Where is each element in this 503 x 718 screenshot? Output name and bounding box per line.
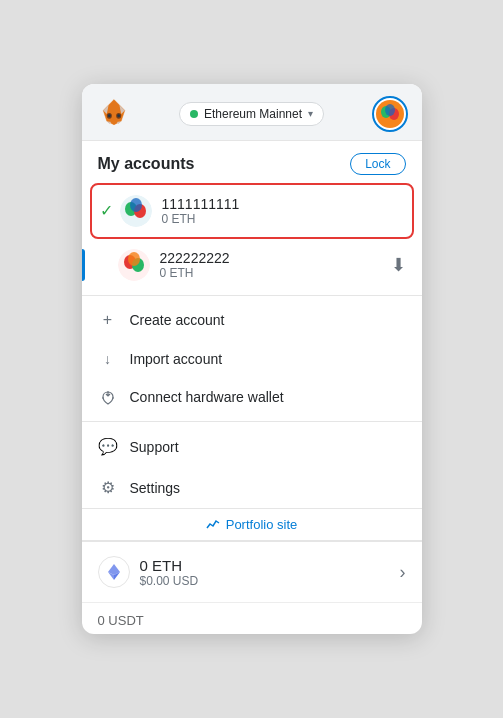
portfolio-label: Portfolio site [226, 517, 298, 532]
eth-balance-row[interactable]: 0 ETH $0.00 USD › [82, 541, 422, 602]
import-icon: ↓ [98, 351, 118, 367]
account-1-balance: 0 ETH [162, 212, 404, 226]
balance-left: 0 ETH $0.00 USD [98, 556, 199, 588]
account-1-name: 1111111111 [162, 196, 404, 212]
eth-icon [98, 556, 130, 588]
account-2-avatar [118, 249, 150, 281]
active-checkmark-icon: ✓ [100, 201, 120, 220]
plus-icon: + [98, 311, 118, 329]
settings-item[interactable]: ⚙ Settings [82, 467, 422, 508]
account-avatar-button[interactable] [372, 96, 408, 132]
account-item-1[interactable]: ✓ 1111111111 0 ETH [90, 183, 414, 239]
bottom-token-row: 0 USDT [82, 602, 422, 634]
svg-point-19 [130, 198, 142, 212]
app-container: Ethereum Mainnet ▾ My accounts Lock ✓ [82, 84, 422, 634]
create-account-item[interactable]: + Create account [82, 300, 422, 340]
accounts-title: My accounts [98, 155, 195, 173]
network-status-dot [190, 110, 198, 118]
settings-label: Settings [130, 480, 181, 496]
metamask-logo [96, 96, 132, 132]
account-2-balance: 0 ETH [160, 266, 391, 280]
create-account-label: Create account [130, 312, 225, 328]
support-icon: 💬 [98, 437, 118, 456]
svg-point-23 [128, 252, 140, 266]
network-label: Ethereum Mainnet [204, 107, 302, 121]
sidebar-active-indicator [82, 249, 85, 281]
network-selector[interactable]: Ethereum Mainnet ▾ [179, 102, 324, 126]
connect-hardware-wallet-item[interactable]: Connect hardware wallet [82, 378, 422, 417]
accounts-dropdown: My accounts Lock ✓ 1111111111 0 ETH ✓ [82, 141, 422, 541]
support-label: Support [130, 439, 179, 455]
account-download-icon[interactable]: ⬇ [391, 254, 406, 276]
account-2-name: 222222222 [160, 250, 391, 266]
svg-point-15 [385, 104, 395, 116]
account-item-2[interactable]: ✓ 222222222 0 ETH ⬇ [82, 239, 422, 291]
account-2-info: 222222222 0 ETH [160, 250, 391, 280]
eth-amount: 0 ETH [140, 557, 199, 574]
hardware-wallet-icon [98, 389, 118, 406]
header: Ethereum Mainnet ▾ [82, 84, 422, 141]
connect-hardware-label: Connect hardware wallet [130, 389, 284, 405]
portfolio-chart-icon [206, 518, 220, 532]
import-account-label: Import account [130, 351, 223, 367]
dropdown-header: My accounts Lock [82, 141, 422, 183]
menu-divider-2 [82, 421, 422, 422]
svg-point-7 [107, 114, 110, 117]
support-item[interactable]: 💬 Support [82, 426, 422, 467]
usdt-label: 0 USDT [98, 613, 144, 628]
usd-amount: $0.00 USD [140, 574, 199, 588]
account-1-info: 1111111111 0 ETH [162, 196, 404, 226]
menu-divider-1 [82, 295, 422, 296]
account-1-avatar [120, 195, 152, 227]
balance-info: 0 ETH $0.00 USD [140, 557, 199, 588]
import-account-item[interactable]: ↓ Import account [82, 340, 422, 378]
portfolio-link[interactable]: Portfolio site [82, 508, 422, 540]
settings-gear-icon: ⚙ [98, 478, 118, 497]
lock-button[interactable]: Lock [350, 153, 405, 175]
balance-chevron-icon: › [400, 562, 406, 583]
chevron-down-icon: ▾ [308, 108, 313, 119]
svg-point-8 [117, 114, 120, 117]
